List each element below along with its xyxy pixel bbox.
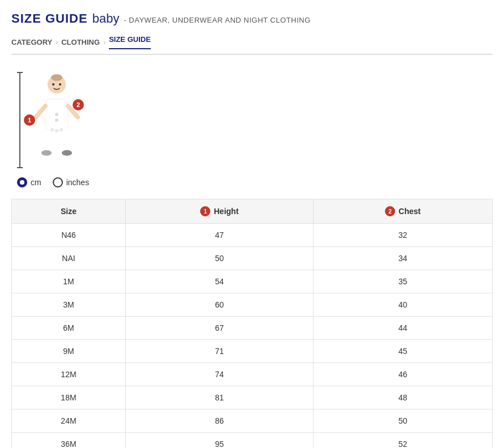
cell-size: 3M (12, 293, 126, 317)
table-row: 6M 67 44 (12, 317, 493, 340)
cell-height: 86 (125, 409, 313, 433)
cell-size: 12M (12, 363, 126, 386)
cm-label: cm (31, 178, 41, 187)
cell-chest: 50 (314, 409, 493, 433)
cm-radio[interactable] (17, 177, 27, 187)
col-chest-header: 2 Chest (314, 199, 493, 224)
breadcrumb-size-guide[interactable]: SIZE GUIDE (109, 35, 151, 49)
table-row: 36M 95 52 (12, 433, 493, 449)
cell-size: N46 (12, 224, 126, 247)
cell-height: 60 (125, 293, 313, 317)
cell-chest: 52 (314, 433, 493, 449)
page-wrapper: SIZE GUIDE baby - DAYWEAR, UNDERWEAR AND… (0, 0, 504, 448)
svg-point-14 (56, 130, 58, 133)
table-row: N46 47 32 (12, 224, 493, 247)
cell-height: 50 (125, 247, 313, 270)
height-badge: 1 (200, 206, 210, 216)
cell-height: 81 (125, 386, 313, 409)
cell-size: 6M (12, 317, 126, 340)
cell-chest: 40 (314, 293, 493, 317)
cell-size: NAI (12, 247, 126, 270)
table-row: 12M 74 46 (12, 363, 493, 386)
cell-chest: 48 (314, 386, 493, 409)
svg-point-7 (41, 150, 52, 156)
cell-height: 71 (125, 340, 313, 363)
breadcrumb-category[interactable]: CATEGORY (11, 38, 52, 46)
table-body: N46 47 32 NAI 50 34 1M 54 35 3M 60 40 6M… (12, 224, 493, 449)
table-row: 1M 54 35 (12, 270, 493, 293)
table-header-row: Size 1 Height 2 Chest (12, 199, 493, 224)
cell-chest: 32 (314, 224, 493, 247)
figure-container: 1 2 (17, 72, 85, 168)
svg-point-12 (55, 118, 58, 122)
cell-chest: 44 (314, 317, 493, 340)
cell-chest: 46 (314, 363, 493, 386)
svg-line-3 (36, 106, 45, 117)
size-table: Size 1 Height 2 Chest N46 47 (11, 199, 493, 448)
breadcrumb-sep-2: › (103, 39, 105, 46)
cell-size: 24M (12, 409, 126, 433)
breadcrumb: CATEGORY › CLOTHING › SIZE GUIDE (11, 35, 493, 55)
badge-2: 2 (73, 99, 84, 110)
cell-size: 9M (12, 340, 126, 363)
cm-option[interactable]: cm (17, 177, 41, 187)
svg-point-15 (60, 129, 63, 131)
cell-height: 67 (125, 317, 313, 340)
chest-badge: 2 (385, 206, 395, 216)
title-sub: baby (92, 11, 120, 26)
cell-chest: 45 (314, 340, 493, 363)
height-label: Height (214, 207, 239, 216)
svg-point-9 (52, 83, 54, 86)
table-row: 3M 60 40 (12, 293, 493, 317)
cell-height: 54 (125, 270, 313, 293)
inches-label: inches (66, 178, 89, 187)
table-row: 24M 86 50 (12, 409, 493, 433)
breadcrumb-sep-1: › (56, 39, 58, 46)
cell-size: 18M (12, 386, 126, 409)
baby-figure: 1 2 (28, 72, 85, 168)
breadcrumb-clothing[interactable]: CLOTHING (61, 38, 100, 46)
col-size-header: Size (12, 199, 126, 224)
col-height-header: 1 Height (125, 199, 313, 224)
svg-point-8 (62, 150, 72, 156)
chest-label: Chest (399, 207, 421, 216)
badge-1: 1 (24, 114, 35, 126)
svg-line-6 (62, 130, 65, 151)
svg-point-11 (55, 113, 58, 116)
cell-height: 74 (125, 363, 313, 386)
title-desc: - DAYWEAR, UNDERWEAR AND NIGHT CLOTHING (124, 16, 310, 24)
table-row: 18M 81 48 (12, 386, 493, 409)
table-row: NAI 50 34 (12, 247, 493, 270)
svg-point-10 (59, 83, 61, 86)
cell-height: 95 (125, 433, 313, 449)
svg-point-1 (51, 74, 62, 81)
cell-chest: 35 (314, 270, 493, 293)
cell-height: 47 (125, 224, 313, 247)
inches-option[interactable]: inches (53, 177, 89, 187)
svg-line-5 (48, 130, 51, 151)
cell-size: 36M (12, 433, 126, 449)
cell-size: 1M (12, 270, 126, 293)
svg-point-13 (51, 129, 54, 131)
table-row: 9M 71 45 (12, 340, 493, 363)
title-main: SIZE GUIDE (11, 11, 88, 26)
cell-chest: 34 (314, 247, 493, 270)
inches-radio[interactable] (53, 177, 63, 187)
unit-toggle: cm inches (17, 177, 89, 187)
page-title: SIZE GUIDE baby - DAYWEAR, UNDERWEAR AND… (11, 11, 493, 26)
height-bracket (17, 72, 23, 168)
